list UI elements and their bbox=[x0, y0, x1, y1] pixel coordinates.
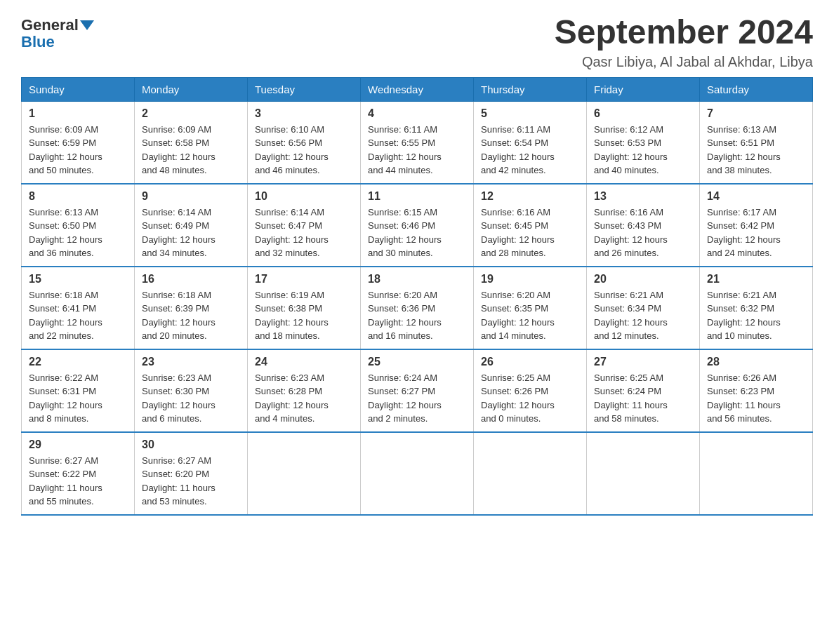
calendar-week-row: 15Sunrise: 6:18 AMSunset: 6:41 PMDayligh… bbox=[22, 267, 813, 349]
day-number: 1 bbox=[29, 107, 127, 120]
calendar-cell bbox=[248, 432, 361, 515]
calendar-cell: 20Sunrise: 6:21 AMSunset: 6:34 PMDayligh… bbox=[587, 267, 700, 349]
day-info: Sunrise: 6:25 AMSunset: 6:24 PMDaylight:… bbox=[594, 371, 692, 426]
day-info: Sunrise: 6:27 AMSunset: 6:22 PMDaylight:… bbox=[29, 454, 127, 509]
calendar-cell: 25Sunrise: 6:24 AMSunset: 6:27 PMDayligh… bbox=[361, 349, 474, 432]
day-number: 16 bbox=[142, 273, 240, 286]
title-block: September 2024 Qasr Libiya, Al Jabal al … bbox=[555, 14, 813, 70]
calendar-cell bbox=[700, 432, 813, 515]
day-number: 21 bbox=[707, 273, 805, 286]
calendar-cell: 7Sunrise: 6:13 AMSunset: 6:51 PMDaylight… bbox=[700, 101, 813, 184]
day-info: Sunrise: 6:12 AMSunset: 6:53 PMDaylight:… bbox=[594, 123, 692, 177]
day-number: 19 bbox=[481, 273, 579, 286]
day-number: 4 bbox=[368, 107, 466, 120]
calendar-cell: 3Sunrise: 6:10 AMSunset: 6:56 PMDaylight… bbox=[248, 101, 361, 184]
day-info: Sunrise: 6:21 AMSunset: 6:34 PMDaylight:… bbox=[594, 288, 692, 343]
calendar-cell: 5Sunrise: 6:11 AMSunset: 6:54 PMDaylight… bbox=[474, 101, 587, 184]
calendar-cell: 29Sunrise: 6:27 AMSunset: 6:22 PMDayligh… bbox=[22, 432, 135, 515]
calendar-cell: 4Sunrise: 6:11 AMSunset: 6:55 PMDaylight… bbox=[361, 101, 474, 184]
calendar-cell: 30Sunrise: 6:27 AMSunset: 6:20 PMDayligh… bbox=[135, 432, 248, 515]
calendar-week-row: 8Sunrise: 6:13 AMSunset: 6:50 PMDaylight… bbox=[22, 184, 813, 267]
calendar-table: SundayMondayTuesdayWednesdayThursdayFrid… bbox=[21, 77, 813, 516]
weekday-header-monday: Monday bbox=[135, 77, 248, 101]
day-info: Sunrise: 6:09 AMSunset: 6:59 PMDaylight:… bbox=[29, 123, 127, 177]
calendar-week-row: 29Sunrise: 6:27 AMSunset: 6:22 PMDayligh… bbox=[22, 432, 813, 515]
calendar-cell: 28Sunrise: 6:26 AMSunset: 6:23 PMDayligh… bbox=[700, 349, 813, 432]
weekday-header-friday: Friday bbox=[587, 77, 700, 101]
logo: General Blue bbox=[21, 18, 94, 51]
day-number: 18 bbox=[368, 273, 466, 286]
logo-triangle-icon bbox=[80, 20, 94, 30]
weekday-header-saturday: Saturday bbox=[700, 77, 813, 101]
day-number: 28 bbox=[707, 356, 805, 368]
day-info: Sunrise: 6:18 AMSunset: 6:39 PMDaylight:… bbox=[142, 288, 240, 343]
calendar-cell: 21Sunrise: 6:21 AMSunset: 6:32 PMDayligh… bbox=[700, 267, 813, 349]
day-info: Sunrise: 6:21 AMSunset: 6:32 PMDaylight:… bbox=[707, 288, 805, 343]
weekday-header-sunday: Sunday bbox=[22, 77, 135, 101]
day-info: Sunrise: 6:16 AMSunset: 6:43 PMDaylight:… bbox=[594, 206, 692, 260]
day-number: 26 bbox=[481, 356, 579, 368]
calendar-cell: 16Sunrise: 6:18 AMSunset: 6:39 PMDayligh… bbox=[135, 267, 248, 349]
day-number: 23 bbox=[142, 356, 240, 368]
day-info: Sunrise: 6:09 AMSunset: 6:58 PMDaylight:… bbox=[142, 123, 240, 177]
calendar-cell: 22Sunrise: 6:22 AMSunset: 6:31 PMDayligh… bbox=[22, 349, 135, 432]
calendar-cell: 14Sunrise: 6:17 AMSunset: 6:42 PMDayligh… bbox=[700, 184, 813, 267]
logo-blue: Blue bbox=[21, 33, 55, 51]
logo-general: General bbox=[21, 18, 79, 33]
day-number: 20 bbox=[594, 273, 692, 286]
day-info: Sunrise: 6:13 AMSunset: 6:50 PMDaylight:… bbox=[29, 206, 127, 260]
day-info: Sunrise: 6:27 AMSunset: 6:20 PMDaylight:… bbox=[142, 454, 240, 509]
calendar-cell bbox=[587, 432, 700, 515]
day-info: Sunrise: 6:14 AMSunset: 6:49 PMDaylight:… bbox=[142, 206, 240, 260]
day-info: Sunrise: 6:13 AMSunset: 6:51 PMDaylight:… bbox=[707, 123, 805, 177]
day-number: 12 bbox=[481, 190, 579, 203]
weekday-header-row: SundayMondayTuesdayWednesdayThursdayFrid… bbox=[22, 77, 813, 101]
day-info: Sunrise: 6:24 AMSunset: 6:27 PMDaylight:… bbox=[368, 371, 466, 426]
day-info: Sunrise: 6:20 AMSunset: 6:36 PMDaylight:… bbox=[368, 288, 466, 343]
day-number: 9 bbox=[142, 190, 240, 203]
calendar-week-row: 22Sunrise: 6:22 AMSunset: 6:31 PMDayligh… bbox=[22, 349, 813, 432]
calendar-title: September 2024 bbox=[555, 14, 813, 51]
day-number: 22 bbox=[29, 356, 127, 368]
day-info: Sunrise: 6:17 AMSunset: 6:42 PMDaylight:… bbox=[707, 206, 805, 260]
day-info: Sunrise: 6:23 AMSunset: 6:30 PMDaylight:… bbox=[142, 371, 240, 426]
day-number: 27 bbox=[594, 356, 692, 368]
calendar-subtitle: Qasr Libiya, Al Jabal al Akhdar, Libya bbox=[555, 54, 813, 70]
calendar-cell: 2Sunrise: 6:09 AMSunset: 6:58 PMDaylight… bbox=[135, 101, 248, 184]
weekday-header-wednesday: Wednesday bbox=[361, 77, 474, 101]
day-info: Sunrise: 6:25 AMSunset: 6:26 PMDaylight:… bbox=[481, 371, 579, 426]
day-info: Sunrise: 6:16 AMSunset: 6:45 PMDaylight:… bbox=[481, 206, 579, 260]
day-info: Sunrise: 6:22 AMSunset: 6:31 PMDaylight:… bbox=[29, 371, 127, 426]
day-info: Sunrise: 6:11 AMSunset: 6:54 PMDaylight:… bbox=[481, 123, 579, 177]
weekday-header-tuesday: Tuesday bbox=[248, 77, 361, 101]
day-number: 25 bbox=[368, 356, 466, 368]
calendar-cell: 13Sunrise: 6:16 AMSunset: 6:43 PMDayligh… bbox=[587, 184, 700, 267]
day-number: 17 bbox=[255, 273, 353, 286]
day-number: 30 bbox=[142, 438, 240, 451]
day-info: Sunrise: 6:20 AMSunset: 6:35 PMDaylight:… bbox=[481, 288, 579, 343]
calendar-cell: 6Sunrise: 6:12 AMSunset: 6:53 PMDaylight… bbox=[587, 101, 700, 184]
day-info: Sunrise: 6:23 AMSunset: 6:28 PMDaylight:… bbox=[255, 371, 353, 426]
calendar-cell bbox=[474, 432, 587, 515]
day-number: 11 bbox=[368, 190, 466, 203]
calendar-cell: 10Sunrise: 6:14 AMSunset: 6:47 PMDayligh… bbox=[248, 184, 361, 267]
day-number: 13 bbox=[594, 190, 692, 203]
calendar-cell: 15Sunrise: 6:18 AMSunset: 6:41 PMDayligh… bbox=[22, 267, 135, 349]
calendar-cell: 1Sunrise: 6:09 AMSunset: 6:59 PMDaylight… bbox=[22, 101, 135, 184]
day-info: Sunrise: 6:14 AMSunset: 6:47 PMDaylight:… bbox=[255, 206, 353, 260]
calendar-cell: 12Sunrise: 6:16 AMSunset: 6:45 PMDayligh… bbox=[474, 184, 587, 267]
weekday-header-thursday: Thursday bbox=[474, 77, 587, 101]
calendar-cell: 18Sunrise: 6:20 AMSunset: 6:36 PMDayligh… bbox=[361, 267, 474, 349]
day-number: 7 bbox=[707, 107, 805, 120]
calendar-cell: 27Sunrise: 6:25 AMSunset: 6:24 PMDayligh… bbox=[587, 349, 700, 432]
calendar-cell: 17Sunrise: 6:19 AMSunset: 6:38 PMDayligh… bbox=[248, 267, 361, 349]
calendar-cell: 8Sunrise: 6:13 AMSunset: 6:50 PMDaylight… bbox=[22, 184, 135, 267]
day-number: 29 bbox=[29, 438, 127, 451]
calendar-cell: 19Sunrise: 6:20 AMSunset: 6:35 PMDayligh… bbox=[474, 267, 587, 349]
day-info: Sunrise: 6:18 AMSunset: 6:41 PMDaylight:… bbox=[29, 288, 127, 343]
day-number: 5 bbox=[481, 107, 579, 120]
page-header: General Blue September 2024 Qasr Libiya,… bbox=[21, 14, 813, 70]
day-number: 8 bbox=[29, 190, 127, 203]
day-number: 15 bbox=[29, 273, 127, 286]
day-number: 24 bbox=[255, 356, 353, 368]
